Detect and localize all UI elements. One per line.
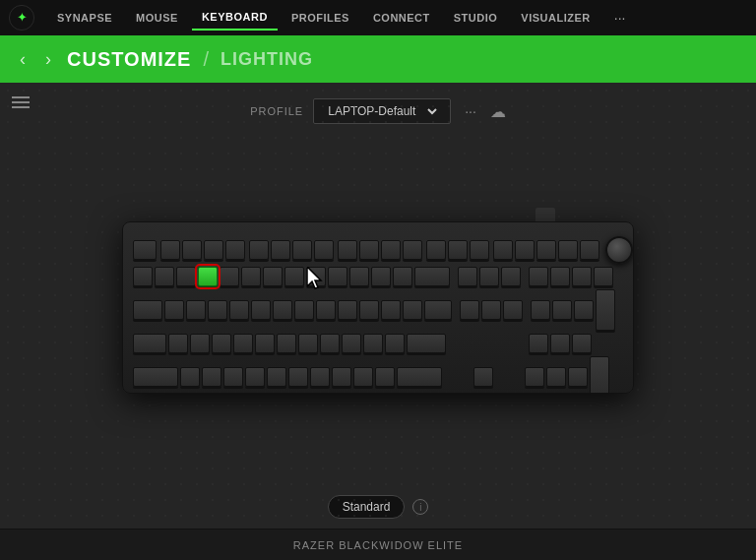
key-period[interactable]	[353, 367, 373, 387]
key-w[interactable]	[186, 300, 206, 320]
layout-info-icon[interactable]: i	[412, 499, 428, 515]
key-rbracket[interactable]	[403, 300, 422, 320]
key-m2[interactable]	[515, 240, 535, 260]
key-m1[interactable]	[493, 240, 513, 260]
nav-item-visualizer[interactable]: VISUALIZER	[511, 6, 599, 30]
nav-item-connect[interactable]: CONNECT	[363, 6, 440, 30]
nav-item-synapse[interactable]: SYNAPSE	[47, 6, 122, 30]
cloud-sync-icon[interactable]: ☁	[490, 102, 506, 121]
layout-standard-badge[interactable]: Standard	[328, 495, 406, 519]
key-rshift[interactable]	[397, 367, 442, 387]
key-8[interactable]	[306, 267, 326, 286]
key-o[interactable]	[338, 300, 357, 320]
key-insert[interactable]	[458, 267, 477, 286]
key-7[interactable]	[284, 267, 304, 286]
key-capslock[interactable]	[133, 334, 166, 353]
key-backspace[interactable]	[414, 267, 450, 286]
key-t[interactable]	[251, 300, 271, 320]
key-i[interactable]	[316, 300, 336, 320]
key-g[interactable]	[255, 334, 275, 353]
key-num1[interactable]	[525, 367, 544, 387]
key-delete[interactable]	[460, 300, 479, 320]
profile-selector[interactable]: LAPTOP-Default Profile 1 Profile 2	[313, 98, 451, 124]
key-h[interactable]	[277, 334, 296, 353]
back-button[interactable]: ‹	[16, 49, 30, 70]
key-y[interactable]	[273, 300, 292, 320]
key-slash[interactable]	[375, 367, 395, 387]
key-6[interactable]	[263, 267, 283, 286]
key-semicolon[interactable]	[363, 334, 383, 353]
key-equals[interactable]	[393, 267, 412, 286]
key-b[interactable]	[267, 367, 286, 387]
profile-more-button[interactable]: ···	[461, 101, 480, 121]
key-f7[interactable]	[292, 240, 312, 260]
key-num9[interactable]	[574, 300, 594, 320]
key-4[interactable]	[220, 267, 239, 286]
nav-item-studio[interactable]: STUDIO	[444, 6, 508, 30]
volume-knob[interactable]	[605, 236, 633, 264]
sidebar-toggle-button[interactable]	[12, 96, 30, 108]
key-num-enter[interactable]	[590, 356, 609, 394]
key-f9[interactable]	[338, 240, 357, 260]
nav-item-profiles[interactable]: PROFILES	[282, 6, 359, 30]
key-f1[interactable]	[160, 240, 180, 260]
key-a[interactable]	[168, 334, 188, 353]
key-num3[interactable]	[568, 367, 588, 387]
key-m3[interactable]	[536, 240, 556, 260]
key-num2[interactable]	[546, 367, 566, 387]
key-enter[interactable]	[407, 334, 446, 353]
key-lbracket[interactable]	[381, 300, 401, 320]
key-up[interactable]	[473, 367, 493, 387]
key-3[interactable]	[198, 267, 218, 286]
key-j[interactable]	[298, 334, 318, 353]
key-lshift[interactable]	[133, 367, 178, 387]
key-backslash[interactable]	[424, 300, 452, 320]
key-f4[interactable]	[225, 240, 245, 260]
key-c[interactable]	[223, 367, 243, 387]
key-pgup[interactable]	[501, 267, 521, 286]
key-backtick[interactable]	[133, 267, 153, 286]
nav-item-mouse[interactable]: MOUSE	[126, 6, 188, 30]
key-pause[interactable]	[470, 240, 489, 260]
key-f12[interactable]	[403, 240, 422, 260]
key-f11[interactable]	[381, 240, 401, 260]
key-esc[interactable]	[133, 240, 157, 260]
key-l[interactable]	[342, 334, 361, 353]
key-num6[interactable]	[572, 334, 592, 353]
key-quote[interactable]	[385, 334, 405, 353]
key-end[interactable]	[481, 300, 501, 320]
key-f[interactable]	[233, 334, 253, 353]
key-num8[interactable]	[552, 300, 572, 320]
key-5[interactable]	[241, 267, 261, 286]
key-f5[interactable]	[249, 240, 269, 260]
key-m4[interactable]	[558, 240, 578, 260]
key-r[interactable]	[229, 300, 249, 320]
key-p[interactable]	[359, 300, 379, 320]
key-q[interactable]	[164, 300, 184, 320]
key-f6[interactable]	[271, 240, 290, 260]
key-0[interactable]	[349, 267, 369, 286]
key-m5[interactable]	[580, 240, 599, 260]
key-num-slash[interactable]	[550, 267, 570, 286]
nav-more-button[interactable]: ···	[606, 4, 634, 31]
key-num7[interactable]	[531, 300, 550, 320]
key-f3[interactable]	[204, 240, 223, 260]
key-k[interactable]	[320, 334, 340, 353]
key-num4[interactable]	[529, 334, 548, 353]
key-num5[interactable]	[550, 334, 570, 353]
key-num-star[interactable]	[572, 267, 592, 286]
key-m[interactable]	[310, 367, 330, 387]
key-numlock[interactable]	[529, 267, 548, 286]
key-comma[interactable]	[332, 367, 351, 387]
key-tab[interactable]	[133, 300, 162, 320]
key-minus[interactable]	[371, 267, 391, 286]
key-f2[interactable]	[182, 240, 202, 260]
key-s[interactable]	[190, 334, 210, 353]
forward-button[interactable]: ›	[41, 49, 55, 70]
key-9[interactable]	[328, 267, 347, 286]
key-e[interactable]	[208, 300, 227, 320]
key-v[interactable]	[245, 367, 265, 387]
key-num-plus[interactable]	[596, 289, 615, 331]
profile-dropdown[interactable]: LAPTOP-Default Profile 1 Profile 2	[324, 103, 440, 119]
key-f10[interactable]	[359, 240, 379, 260]
